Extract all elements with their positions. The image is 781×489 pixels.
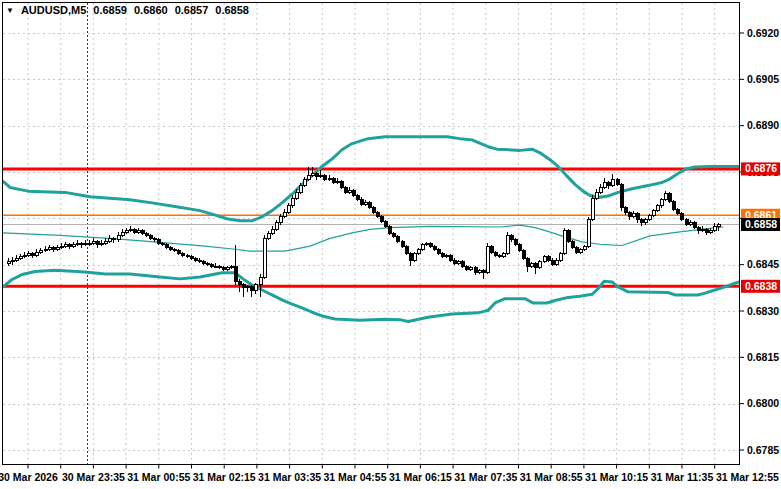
price-axis-label: 0.6815 bbox=[747, 351, 779, 363]
price-axis-label: 0.6845 bbox=[747, 258, 779, 270]
time-axis-label: 31 Mar 11:35 bbox=[651, 471, 714, 483]
price-axis-badges: 0.68760.68610.68380.6858 bbox=[741, 162, 780, 292]
horizontal-level-lines bbox=[3, 169, 739, 286]
close-value: 0.6858 bbox=[215, 4, 249, 16]
time-scale[interactable]: 30 Mar 202630 Mar 23:3531 Mar 00:5531 Ma… bbox=[0, 465, 779, 484]
price-axis-label: 0.6785 bbox=[747, 444, 779, 456]
price-chart-canvas[interactable]: 30 Mar 202630 Mar 23:3531 Mar 00:5531 Ma… bbox=[0, 0, 781, 489]
bollinger-lower-band bbox=[3, 270, 739, 321]
grid bbox=[3, 3, 739, 464]
price-axis-label: 0.6905 bbox=[747, 73, 779, 85]
time-axis-label: 30 Mar 2026 bbox=[0, 471, 58, 483]
open-value: 0.6859 bbox=[93, 4, 127, 16]
low-value: 0.6857 bbox=[175, 4, 209, 16]
time-axis-label: 30 Mar 23:35 bbox=[62, 471, 125, 483]
bollinger-upper-band bbox=[3, 137, 739, 221]
symbol-dropdown-icon[interactable]: ▼ bbox=[6, 7, 14, 15]
symbol-period-label: AUDUSD,M5 bbox=[21, 4, 86, 16]
time-axis-label: 31 Mar 12:55 bbox=[716, 471, 779, 483]
time-axis-label: 31 Mar 04:55 bbox=[323, 471, 386, 483]
plot-border bbox=[3, 3, 740, 465]
chart-ohlc-header: ▼ AUDUSD,M5 0.6859 0.6860 0.6857 0.6858 bbox=[6, 4, 249, 16]
price-axis-label: 0.6800 bbox=[747, 397, 779, 409]
price-scale[interactable]: 0.69200.69050.68900.68750.68600.68450.68… bbox=[740, 27, 780, 456]
time-axis-label: 31 Mar 10:15 bbox=[585, 471, 648, 483]
price-badge-label: 0.6876 bbox=[745, 162, 777, 174]
time-axis-label: 31 Mar 02:15 bbox=[193, 471, 256, 483]
chart-window: ▼ AUDUSD,M5 0.6859 0.6860 0.6857 0.6858 … bbox=[0, 0, 781, 489]
time-axis-label: 31 Mar 07:35 bbox=[454, 471, 517, 483]
time-axis-label: 31 Mar 06:15 bbox=[389, 471, 452, 483]
time-axis-label: 31 Mar 03:35 bbox=[258, 471, 321, 483]
time-axis-label: 31 Mar 08:55 bbox=[520, 471, 583, 483]
price-axis-label: 0.6830 bbox=[747, 305, 779, 317]
high-value: 0.6860 bbox=[134, 4, 168, 16]
bollinger-bands bbox=[3, 137, 739, 322]
price-badge-label: 0.6838 bbox=[745, 280, 777, 292]
price-axis-label: 0.6890 bbox=[747, 119, 779, 131]
price-badge-label: 0.6858 bbox=[745, 218, 777, 230]
price-axis-label: 0.6920 bbox=[747, 27, 779, 39]
candlesticks bbox=[7, 167, 720, 297]
time-axis-label: 31 Mar 00:55 bbox=[127, 471, 190, 483]
